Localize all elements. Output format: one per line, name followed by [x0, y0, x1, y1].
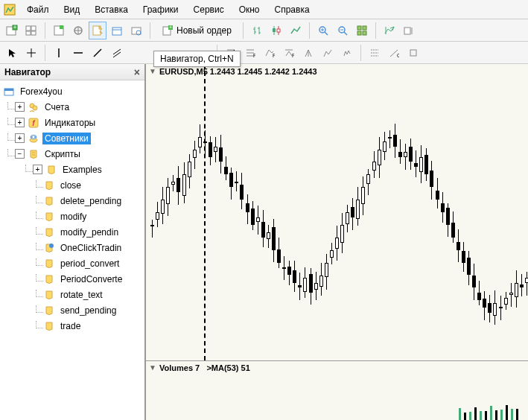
strategy-tester-button[interactable]: [127, 22, 145, 39]
script-icon: [45, 164, 57, 176]
expand-icon[interactable]: +: [15, 133, 25, 143]
svg-rect-14: [112, 28, 121, 35]
expand-icon[interactable]: +: [15, 118, 25, 127]
tree-item-script[interactable]: close: [1, 177, 143, 193]
script-icon: [43, 211, 55, 223]
chart-prices: 1.2443 1.2445 1.2442 1.2443: [210, 67, 317, 76]
chart-main[interactable]: ▼ EURUSD,M5 1.2443 1.2445 1.2442 1.2443: [146, 64, 528, 360]
period-button[interactable]: [366, 44, 384, 62]
accounts-icon: [28, 101, 39, 113]
script-icon: [43, 226, 55, 238]
bar-chart-button[interactable]: [248, 22, 266, 39]
zoom-out-button[interactable]: [334, 22, 352, 39]
terminal-icon: [3, 86, 15, 98]
svg-rect-39: [363, 26, 366, 30]
svg-line-32: [325, 32, 328, 35]
menu-window[interactable]: Окно: [232, 1, 267, 18]
market-watch-button[interactable]: [50, 22, 68, 39]
expand-icon[interactable]: +: [15, 102, 25, 112]
svg-rect-4: [26, 26, 31, 31]
new-chart-button[interactable]: +: [3, 22, 21, 39]
new-order-button[interactable]: + Новый ордер: [155, 22, 238, 39]
svg-text:F: F: [253, 53, 255, 58]
cursor-button[interactable]: [3, 44, 21, 62]
menu-file[interactable]: Файл: [19, 1, 57, 18]
template-button[interactable]: G: [385, 44, 403, 62]
equidistant-channel-button[interactable]: [108, 44, 126, 62]
andrews-pitchfork-button[interactable]: [299, 44, 317, 62]
tile-windows-button[interactable]: [353, 22, 371, 39]
svg-text:+: +: [169, 25, 172, 30]
expand-icon[interactable]: +: [33, 165, 42, 174]
tree-item-experts[interactable]: + Советники: [1, 130, 143, 146]
svg-point-85: [49, 244, 54, 248]
tree-item-script[interactable]: trade: [1, 318, 143, 334]
horizontal-line-button[interactable]: [69, 44, 87, 62]
svg-line-66: [308, 50, 311, 57]
toolbar-separator: [243, 22, 244, 39]
tree-item-scripts[interactable]: − Скрипты: [1, 146, 143, 162]
tree-item-script[interactable]: delete_pending: [1, 193, 143, 209]
autoscroll-button[interactable]: [381, 22, 398, 39]
data-window-button[interactable]: [69, 22, 87, 39]
vertical-line-object[interactable]: [204, 64, 206, 360]
tree-item-script[interactable]: modify_pendin: [1, 224, 143, 240]
volume-panel[interactable]: ▼ Volumes 7 >MA(53) 51: [146, 360, 528, 420]
candle-chart-button[interactable]: [267, 22, 285, 39]
menu-help[interactable]: Справка: [267, 1, 317, 18]
tree-item-indicators[interactable]: + f Индикаторы: [1, 115, 143, 130]
navigator-panel: Навигатор × Forex4you + Счета + f Индика…: [0, 64, 146, 420]
experts-icon: [28, 133, 39, 144]
toolbar-drawing: F F F G: [0, 42, 528, 64]
tree-item-script[interactable]: send_pending: [1, 302, 143, 318]
svg-rect-6: [26, 31, 31, 35]
tree-item-script[interactable]: PeriodConverte: [1, 271, 143, 287]
terminal-button[interactable]: [108, 22, 126, 39]
profiles-button[interactable]: [22, 22, 40, 39]
svg-rect-7: [31, 31, 36, 35]
script-icon: [43, 320, 55, 332]
menu-view[interactable]: Вид: [57, 1, 88, 18]
script-icon: [43, 195, 55, 207]
chart-area[interactable]: ▼ EURUSD,M5 1.2443 1.2445 1.2442 1.2443 …: [146, 64, 528, 420]
navigator-button[interactable]: [89, 22, 106, 39]
script-icon: [43, 305, 55, 316]
svg-rect-9: [60, 25, 63, 29]
chart-info: EURUSD,M5 1.2443 1.2445 1.2442 1.2443: [159, 67, 317, 76]
svg-point-82: [34, 136, 36, 138]
text-button[interactable]: F: [241, 44, 259, 62]
trendline-button[interactable]: [89, 44, 106, 62]
arrows-button[interactable]: F: [280, 44, 298, 62]
text-label-button[interactable]: F: [261, 44, 279, 62]
crosshair-button[interactable]: [22, 44, 40, 62]
tree-item-script[interactable]: OneClickTradin: [1, 240, 143, 255]
zoom-in-button[interactable]: [314, 22, 332, 39]
close-icon[interactable]: ×: [134, 66, 140, 78]
volumes-label: Volumes 7: [159, 363, 200, 372]
toolbar-separator: [45, 45, 45, 61]
vertical-line-button[interactable]: [50, 44, 68, 62]
svg-rect-72: [410, 50, 416, 56]
svg-rect-28: [273, 28, 276, 32]
indicators-button[interactable]: [404, 44, 422, 62]
candle-layer: [146, 64, 528, 360]
menu-insert[interactable]: Вставка: [87, 1, 136, 18]
tree-item-script[interactable]: rotate_text: [1, 287, 143, 302]
gann-button[interactable]: [319, 44, 337, 62]
tree-item-accounts[interactable]: + Счета: [1, 99, 143, 115]
menu-bar: Файл Вид Вставка Графики Сервис Окно Спр…: [0, 0, 528, 19]
tree-item-examples[interactable]: + Examples: [1, 162, 143, 177]
chart-shift-button[interactable]: [400, 22, 418, 39]
line-chart-button[interactable]: [287, 22, 305, 39]
chart-collapse-icon[interactable]: ▼: [149, 67, 156, 75]
volume-collapse-icon[interactable]: ▼: [149, 363, 156, 372]
navigator-title: Навигатор: [4, 67, 51, 77]
menu-charts[interactable]: Графики: [136, 1, 186, 18]
shapes-button[interactable]: [338, 44, 356, 62]
collapse-icon[interactable]: −: [15, 149, 25, 159]
tree-root[interactable]: Forex4you: [1, 83, 143, 99]
tree-item-script[interactable]: period_convert: [1, 255, 143, 271]
menu-service[interactable]: Сервис: [186, 1, 232, 18]
toolbar-separator: [45, 22, 45, 39]
tree-item-script[interactable]: modify: [1, 209, 143, 224]
